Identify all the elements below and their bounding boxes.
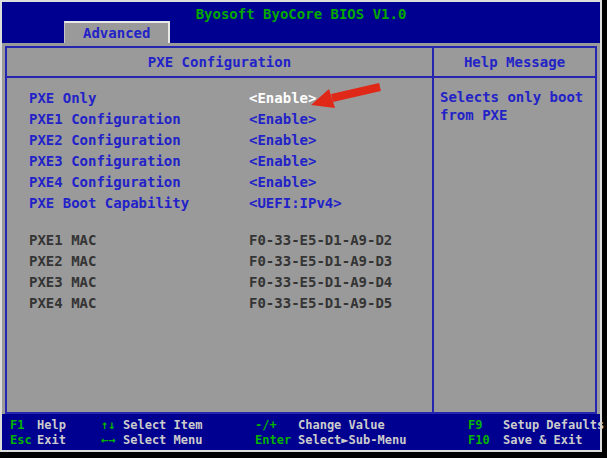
hint-key-f10: F10	[468, 433, 490, 447]
setting-row-pxe-boot-capability[interactable]: PXE Boot Capability <UEFI:IPv4>	[7, 193, 432, 214]
hint-label-select-submenu: Select►Sub-Menu	[298, 433, 406, 447]
pxe-configuration-panel: PXE Configuration Help Message PXE Only …	[5, 46, 597, 414]
info-label: PXE3 MAC	[29, 272, 96, 293]
bios-version-title: Byosoft ByoCore BIOS V1.0	[2, 2, 600, 22]
info-row-pxe2-mac: PXE2 MAC F0-33-E5-D1-A9-D3	[7, 251, 432, 272]
mac-address-value: F0-33-E5-D1-A9-D2	[249, 230, 392, 251]
setting-label: PXE2 Configuration	[29, 130, 181, 151]
hint-label-setup-defaults: Setup Defaults	[503, 418, 604, 432]
info-row-pxe4-mac: PXE4 MAC F0-33-E5-D1-A9-D5	[7, 293, 432, 314]
settings-list: PXE Only <Enable> PXE1 Configuration <En…	[7, 78, 434, 412]
hint-key-f1: F1	[10, 418, 24, 432]
hint-key-f9: F9	[468, 418, 482, 432]
info-label: PXE2 MAC	[29, 251, 96, 272]
panel-header: PXE Configuration Help Message	[7, 48, 595, 78]
key-hint-bar: F1 Help ↑↓ Select Item -/+ Change Value …	[2, 414, 600, 450]
setting-value[interactable]: <Enable>	[249, 109, 316, 130]
info-label: PXE1 MAC	[29, 230, 96, 251]
titlebar: Byosoft ByoCore BIOS V1.0 Advanced	[2, 2, 600, 43]
setting-value[interactable]: <Enable>	[249, 151, 316, 172]
hint-label-select-item: Select Item	[123, 418, 202, 432]
setting-row-pxe4-configuration[interactable]: PXE4 Configuration <Enable>	[7, 172, 432, 193]
mac-address-value: F0-33-E5-D1-A9-D5	[249, 293, 392, 314]
tab-advanced-label: Advanced	[83, 25, 150, 41]
setting-label: PXE Boot Capability	[29, 193, 189, 214]
setting-value[interactable]: <Enable>	[249, 172, 316, 193]
hint-label-change-value: Change Value	[298, 418, 385, 432]
info-label: PXE4 MAC	[29, 293, 96, 314]
hint-key-minus-plus: -/+	[255, 418, 277, 432]
hint-label-save-exit: Save & Exit	[503, 433, 582, 447]
setting-row-pxe2-configuration[interactable]: PXE2 Configuration <Enable>	[7, 130, 432, 151]
setting-row-pxe3-configuration[interactable]: PXE3 Configuration <Enable>	[7, 151, 432, 172]
hint-label-exit: Exit	[37, 433, 66, 447]
help-message-pane: Selects only boot from PXE	[434, 78, 595, 412]
mac-address-value: F0-33-E5-D1-A9-D4	[249, 272, 392, 293]
help-message-text: Selects only boot from PXE	[440, 89, 583, 123]
hint-key-arrows-leftright: ←→	[101, 433, 115, 447]
annotation-arrow-icon	[306, 82, 384, 112]
mac-address-value: F0-33-E5-D1-A9-D3	[249, 251, 392, 272]
setting-value[interactable]: <UEFI:IPv4>	[249, 193, 342, 214]
workarea: PXE Configuration Help Message PXE Only …	[2, 43, 600, 450]
hint-key-enter: Enter	[255, 433, 291, 447]
tab-advanced[interactable]: Advanced	[64, 21, 170, 43]
help-pane-title: Help Message	[434, 48, 595, 76]
bios-setup-screen: Byosoft ByoCore BIOS V1.0 Advanced PXE C…	[0, 0, 607, 458]
hint-key-arrows-updown: ↑↓	[101, 418, 115, 432]
setting-label: PXE3 Configuration	[29, 151, 181, 172]
panel-body: PXE Only <Enable> PXE1 Configuration <En…	[7, 78, 595, 412]
setting-label: PXE4 Configuration	[29, 172, 181, 193]
setting-label: PXE1 Configuration	[29, 109, 181, 130]
page-title: PXE Configuration	[7, 48, 434, 76]
hint-key-esc: Esc	[10, 433, 32, 447]
setting-row-pxe1-configuration[interactable]: PXE1 Configuration <Enable>	[7, 109, 432, 130]
list-spacer	[7, 214, 432, 230]
setting-label: PXE Only	[29, 88, 96, 109]
hint-label-help: Help	[37, 418, 66, 432]
info-row-pxe1-mac: PXE1 MAC F0-33-E5-D1-A9-D2	[7, 230, 432, 251]
info-row-pxe3-mac: PXE3 MAC F0-33-E5-D1-A9-D4	[7, 272, 432, 293]
setting-value[interactable]: <Enable>	[249, 130, 316, 151]
bios-frame: Byosoft ByoCore BIOS V1.0 Advanced PXE C…	[0, 0, 602, 452]
hint-label-select-menu: Select Menu	[123, 433, 202, 447]
